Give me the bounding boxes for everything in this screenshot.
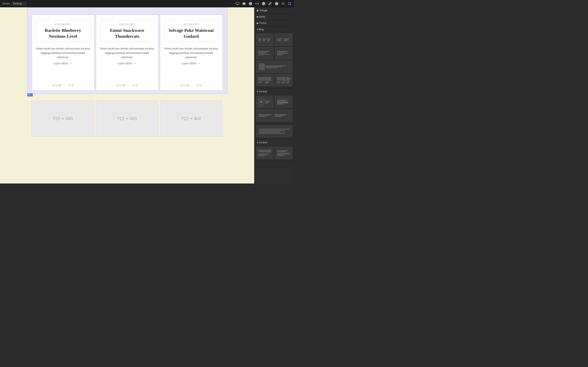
learn-more-arrow-1: → <box>69 62 72 65</box>
learn-more-1[interactable]: Learn More → <box>36 62 90 65</box>
eye-icon[interactable] <box>242 2 246 6</box>
pen-icon[interactable] <box>268 2 272 6</box>
learn-more-label-1: Learn More <box>53 62 68 65</box>
blog-card-2: CATEGORY Ennui Snackwave Thundercats Pho… <box>96 15 158 90</box>
sidebar-section-header-blog[interactable]: ▾ Blog <box>254 26 294 33</box>
views-count-2: 1.2K <box>120 84 125 87</box>
basic-label: ▶ Basic <box>257 15 265 18</box>
contrast-icon[interactable] <box>262 2 265 6</box>
blog-label: ▾ Blog <box>257 28 264 31</box>
svg-point-3 <box>243 3 245 4</box>
sidebar-section-forms: ▶ Forms <box>254 20 294 26</box>
card-footer-2: 1.2K | 6 <box>100 81 155 87</box>
learn-more-2[interactable]: Learn More → <box>100 62 155 65</box>
card-views-1: 1.2K <box>52 84 61 87</box>
code-icon[interactable] <box>255 2 259 6</box>
main-layout: CATEGORY Raclette Blueberry Nextious Lev… <box>0 7 294 184</box>
blog-thumb-3[interactable] <box>256 47 274 59</box>
topbar-left: Device Desktop Tablet Mobile <box>2 2 26 6</box>
svg-rect-17 <box>290 4 291 5</box>
card-comments-2: 6 <box>132 84 138 87</box>
svg-rect-0 <box>236 2 239 4</box>
learn-more-arrow-3: → <box>198 62 201 65</box>
contact-thumb-1[interactable] <box>256 96 274 108</box>
settings-icon[interactable] <box>275 2 278 6</box>
svg-rect-15 <box>290 2 291 3</box>
svg-rect-14 <box>288 2 289 3</box>
image-placeholder-1: 720 × 400 <box>32 101 94 136</box>
placeholder-label-3: 722 × 402 <box>181 116 201 121</box>
div-label: Div <box>27 93 33 96</box>
topbar-icons <box>236 2 292 6</box>
card-footer-3: 1.2K | 6 <box>164 81 219 87</box>
views-icon-3 <box>181 84 183 87</box>
learn-more-arrow-2: → <box>133 62 137 65</box>
placeholder-label-2: 721 × 401 <box>117 116 137 121</box>
blog-thumb-7[interactable] <box>275 74 292 86</box>
blog-thumb-6[interactable] <box>256 74 274 86</box>
card-category-1: CATEGORY <box>38 23 88 25</box>
comments-count-3: 6 <box>200 84 202 87</box>
content-thumb-2[interactable] <box>275 147 292 159</box>
image-placeholders-row: 720 × 400 721 × 401 722 × 402 <box>30 100 225 137</box>
sidebar-section-blog: ▾ Blog <box>254 26 294 89</box>
blog-thumbnails <box>254 33 294 88</box>
divider-1: | <box>65 84 65 87</box>
card-body-3: Photo booth fam kinfolk cold-pressed sri… <box>164 47 219 59</box>
sidebar-section-content: ▾ Content <box>254 140 294 161</box>
content-thumbnails <box>254 146 294 161</box>
card-views-2: 1.2K <box>117 84 125 87</box>
svg-rect-16 <box>288 4 289 5</box>
card-body-2: Photo booth fam kinfolk cold-pressed sri… <box>100 47 155 59</box>
blog-cards-row: CATEGORY Raclette Blueberry Nextious Lev… <box>30 12 225 94</box>
grid-icon[interactable] <box>288 2 292 6</box>
blog-thumb-4[interactable] <box>275 47 292 59</box>
divider-2: | <box>129 84 129 87</box>
card-inner-dashed-3: CATEGORY Selvage Poke Waistcoat Godard <box>164 20 219 42</box>
card-inner-dashed-1: CATEGORY Raclette Blueberry Nextious Lev… <box>36 20 90 42</box>
contact-thumb-3[interactable] <box>256 109 292 122</box>
blog-thumb-5[interactable] <box>256 60 292 73</box>
views-count-1: 1.2K <box>56 84 61 87</box>
contact-label: ▾ Contact <box>257 90 267 93</box>
card-title-3: Selvage Poke Waistcoat Godard <box>166 27 216 39</box>
comments-count-2: 6 <box>136 84 138 87</box>
forms-label: ▶ Forms <box>257 22 266 25</box>
image-placeholder-2: 721 × 401 <box>96 101 158 136</box>
contact-thumb-2[interactable] <box>275 96 292 108</box>
sidebar-section-header-basic[interactable]: ▶ Basic <box>254 14 294 20</box>
extra-thumbnails <box>254 124 294 139</box>
content-thumb-1[interactable] <box>256 147 274 159</box>
comments-count-1: 6 <box>72 84 73 87</box>
card-body-1: Photo booth fam kinfolk cold-pressed sri… <box>36 47 90 59</box>
sidebar-section-header-google[interactable]: ▶ Google <box>254 7 294 13</box>
learn-more-3[interactable]: Learn More → <box>164 62 219 65</box>
comment-icon-1 <box>68 84 71 87</box>
sidebar-section-google: ▶ Google <box>254 7 294 14</box>
canvas-area: CATEGORY Raclette Blueberry Nextious Lev… <box>0 7 254 184</box>
sidebar-section-contact: ▾ Contact <box>254 89 294 124</box>
crosshair-icon[interactable] <box>249 2 252 6</box>
card-category-3: CATEGORY <box>166 23 216 25</box>
image-placeholder-3: 722 × 402 <box>160 101 223 136</box>
placeholder-label-1: 720 × 400 <box>53 116 73 121</box>
extra-thumb-1[interactable] <box>256 125 292 137</box>
blog-thumb-1[interactable] <box>256 34 274 46</box>
comment-icon-3 <box>197 84 199 87</box>
canvas-section-bottom: 720 × 400 721 × 401 722 × 402 <box>27 94 227 139</box>
menu-icon[interactable] <box>281 2 285 6</box>
learn-more-label-3: Learn More <box>182 62 196 65</box>
monitor-icon[interactable] <box>236 2 239 6</box>
content-label: ▾ Content <box>257 141 267 144</box>
card-category-2: CATEGORY <box>102 23 152 25</box>
views-icon-2 <box>117 84 120 87</box>
comment-icon-2 <box>132 84 135 87</box>
blog-thumb-2[interactable] <box>275 34 292 46</box>
sidebar-section-header-content[interactable]: ▾ Content <box>254 140 294 146</box>
sidebar-section-header-contact[interactable]: ▾ Contact <box>254 89 294 95</box>
sidebar-section-header-forms[interactable]: ▶ Forms <box>254 20 294 26</box>
device-select[interactable]: Desktop Tablet Mobile <box>12 2 26 6</box>
device-label: Device <box>2 2 10 5</box>
sidebar-section-basic: ▶ Basic <box>254 14 294 20</box>
card-footer-1: 1.2K | 6 <box>36 81 90 87</box>
